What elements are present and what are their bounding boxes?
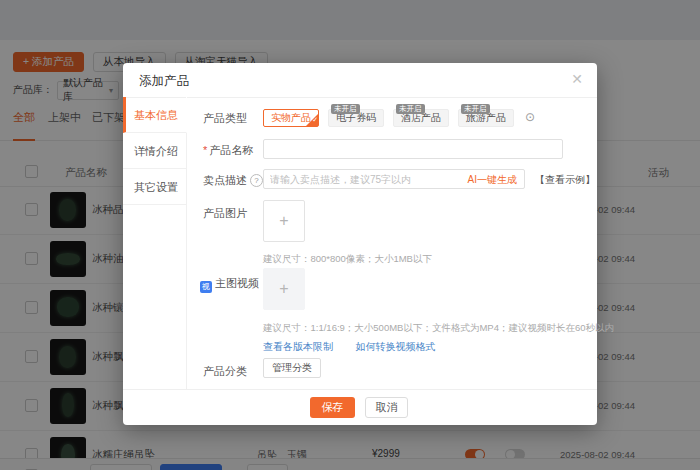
video-upload-box[interactable]: + xyxy=(263,268,305,310)
video-links: 查看各版本限制 如何转换视频格式 xyxy=(263,336,453,354)
version-limits-link[interactable]: 查看各版本限制 xyxy=(263,341,333,352)
required-asterisk: * xyxy=(203,144,207,156)
modal-tab-details[interactable]: 详情介绍 xyxy=(123,133,187,169)
type-physical-button[interactable]: 实物产品 xyxy=(263,109,319,127)
upload-plus-icon: + xyxy=(279,212,288,230)
close-icon[interactable]: ✕ xyxy=(571,71,583,87)
video-badge-icon: 视 xyxy=(200,281,212,293)
view-example-link[interactable]: 【查看示例】 xyxy=(535,173,595,187)
modal-footer: 保存 取消 xyxy=(123,389,597,425)
screen: + 添加产品 从本地导入 从淘宝天猫导入 产品库： 默认产品库 ▾ 产品名称： … xyxy=(0,0,700,470)
modal-tab-basic-info[interactable]: 基本信息 xyxy=(123,97,187,133)
save-button[interactable]: 保存 xyxy=(310,397,355,418)
video-size-hint: 建议尺寸：1:1/16:9；大小500MB以下；文件格式为MP4；建议视频时长在… xyxy=(263,322,614,335)
product-name-input[interactable] xyxy=(263,139,563,159)
main-video-label: 视主图视频 xyxy=(200,276,259,293)
not-enabled-badge: 未开启 xyxy=(396,104,425,114)
modal-sidebar-filler xyxy=(123,205,187,390)
type-evoucher-button[interactable]: 电子券码未开启 xyxy=(328,109,384,127)
not-enabled-badge: 未开启 xyxy=(331,104,360,114)
type-travel-button[interactable]: 旅游产品未开启 xyxy=(458,109,514,127)
product-type-options: 实物产品电子券码未开启酒店产品未开启旅游产品未开启⊙ xyxy=(263,107,535,127)
not-enabled-badge: 未开启 xyxy=(461,104,490,114)
product-category-label: 产品分类 xyxy=(203,364,247,379)
product-name-label: *产品名称 xyxy=(203,143,253,158)
type-hotel-button[interactable]: 酒店产品未开启 xyxy=(393,109,449,127)
modal-title: 添加产品 xyxy=(139,73,189,90)
modal-sidebar: 基本信息 详情介绍 其它设置 xyxy=(123,97,187,390)
eye-icon[interactable]: ⊙ xyxy=(525,110,535,124)
product-type-label: 产品类型 xyxy=(203,111,247,126)
manage-category-button[interactable]: 管理分类 xyxy=(263,358,321,378)
modal-header: 添加产品 ✕ xyxy=(123,63,597,98)
cancel-button[interactable]: 取消 xyxy=(365,397,408,418)
modal-form: 产品类型 实物产品电子券码未开启酒店产品未开启旅游产品未开启⊙ *产品名称 卖点… xyxy=(187,97,597,390)
convert-format-link[interactable]: 如何转换视频格式 xyxy=(355,341,435,352)
selling-point-wrap: AI一键生成 xyxy=(263,169,525,189)
selling-point-label: 卖点描述? xyxy=(203,173,263,188)
ai-generate-link[interactable]: AI一键生成 xyxy=(468,173,517,187)
modal-tab-other-settings[interactable]: 其它设置 xyxy=(123,169,187,205)
modal-body: 基本信息 详情介绍 其它设置 产品类型 实物产品电子券码未开启酒店产品未开启旅游… xyxy=(123,97,597,390)
product-image-label: 产品图片 xyxy=(203,206,247,221)
image-size-hint: 建议尺寸：800*800像素；大小1MB以下 xyxy=(263,253,432,266)
upload-plus-icon: + xyxy=(279,280,288,298)
image-upload-box[interactable]: + xyxy=(263,200,305,242)
add-product-modal: 添加产品 ✕ 基本信息 详情介绍 其它设置 产品类型 实物产品电子券码未开启酒店… xyxy=(123,63,597,425)
help-icon[interactable]: ? xyxy=(250,174,263,187)
